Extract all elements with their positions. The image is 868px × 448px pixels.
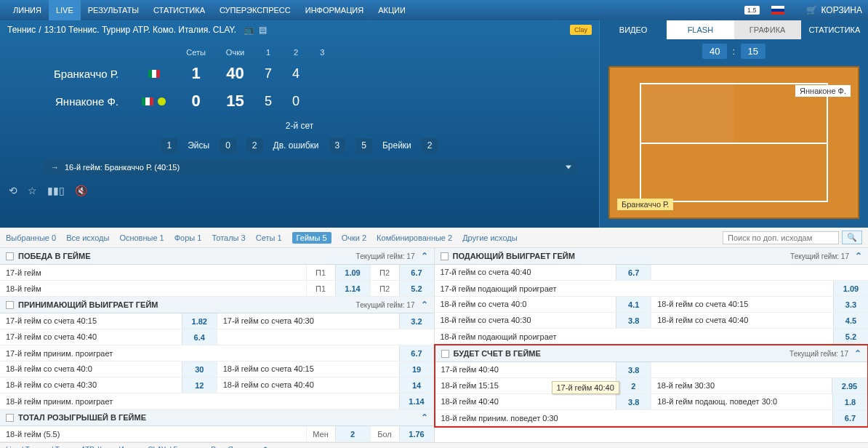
market-header[interactable]: ПОДАЮЩИЙ ВЫИГРАЕТ ГЕЙМТекущий гейм: 17⌃ <box>435 248 869 265</box>
market-header[interactable]: ТОТАЛ РОЗЫГРЫШЕЙ В ГЕЙМЕ⌃ <box>0 409 434 426</box>
stat-df-name: Дв. ошибки <box>273 140 319 151</box>
market-checkbox[interactable] <box>6 252 14 260</box>
odds-button[interactable]: 1.14 <box>399 393 434 409</box>
outcome-sub: П1 <box>306 281 335 296</box>
rtab-flash[interactable]: FLASH <box>667 20 734 39</box>
locale-flag-ru[interactable] <box>771 6 784 15</box>
p2-s1: 5 <box>254 87 282 115</box>
odds-button[interactable]: 1.8 <box>832 394 867 409</box>
nav-live[interactable]: LIVE <box>49 0 81 20</box>
odds-button[interactable]: 6.7 <box>399 345 434 361</box>
score-panel: Теннис / 13:10 Теннис. Турнир ATP. Комо.… <box>0 20 599 228</box>
tooltip: 17-й гейм 40:40 <box>552 381 619 394</box>
nav-results[interactable]: РЕЗУЛЬТАТЫ <box>81 0 146 20</box>
collapse-icon[interactable]: ⌃ <box>421 412 428 423</box>
collapse-icon[interactable]: ⌃ <box>855 251 862 261</box>
star-icon[interactable]: ☆ <box>28 185 37 196</box>
odds-button[interactable]: 1.82 <box>182 313 217 329</box>
filter-totals[interactable]: Тоталы 3 <box>212 233 245 242</box>
outcome-label: 18-й гейм со счета 40:30 <box>435 313 616 328</box>
filter-main[interactable]: Основные 1 <box>119 233 164 242</box>
filter-other[interactable]: Другие исходы <box>462 233 518 242</box>
odds-button[interactable]: 6.7 <box>399 265 434 280</box>
odds-button[interactable]: 3.8 <box>616 362 651 377</box>
odds-button[interactable]: 5.2 <box>833 329 868 344</box>
odds-button[interactable]: 14 <box>399 377 434 393</box>
crumb-sport[interactable]: Теннис <box>7 25 36 35</box>
filter-handicap[interactable]: Форы 1 <box>174 233 202 242</box>
rtab-video[interactable]: ВИДЕО <box>600 20 667 39</box>
p1-s3 <box>310 60 334 87</box>
market-header[interactable]: ПРИНИМАЮЩИЙ ВЫИГРАЕТ ГЕЙМТекущий гейм: 1… <box>0 297 434 313</box>
collapse-icon[interactable]: ⌃ <box>421 300 428 310</box>
filter-combined[interactable]: Комбинированные 2 <box>377 233 452 242</box>
odds-button[interactable]: 2.95 <box>832 378 867 393</box>
market-checkbox[interactable] <box>6 301 14 309</box>
filter-games[interactable]: Геймы 5 <box>292 232 331 244</box>
p2-s2: 0 <box>282 87 310 115</box>
outcome-label: 18-й гейм подающ. поведет 30:0 <box>651 394 832 409</box>
crumb-sep: / <box>39 25 41 35</box>
market-checkbox[interactable] <box>441 350 449 358</box>
odds-button[interactable]: 6.4 <box>182 329 217 345</box>
odds-button[interactable]: 2 <box>335 426 370 441</box>
nav-promo[interactable]: АКЦИИ <box>371 0 413 20</box>
odds-button[interactable]: 5.2 <box>399 281 434 296</box>
collapse-icon[interactable]: ⌃ <box>854 348 861 359</box>
market-checkbox[interactable] <box>441 252 449 260</box>
odds-button[interactable]: 3.3 <box>833 297 868 312</box>
nav-line[interactable]: ЛИНИЯ <box>6 0 49 20</box>
odds-button[interactable]: 2 <box>616 378 651 393</box>
market-header[interactable]: ПОБЕДА В ГЕЙМЕТекущий гейм: 17⌃ <box>0 248 434 265</box>
hdr-points: Очки <box>216 45 254 60</box>
market-row: 18-й геймП11.14П25.2 <box>0 281 434 297</box>
nav-super[interactable]: СУПЕРЭКСПРЕСС <box>212 0 298 20</box>
search-button[interactable]: 🔍 <box>842 231 862 244</box>
outcome-label: 17-й гейм приним. проиграет <box>0 345 399 361</box>
hdr-s1: 1 <box>254 45 282 60</box>
odds-button[interactable]: 1.09 <box>335 265 370 280</box>
odds-button[interactable]: 19 <box>399 361 434 377</box>
odds-button[interactable]: 6.7 <box>616 265 651 280</box>
crumb-event[interactable]: 13:10 Теннис. Турнир ATP. Комо. Италия. … <box>44 25 236 35</box>
market-checkbox[interactable] <box>6 414 14 422</box>
filter-points[interactable]: Очки 2 <box>342 233 366 242</box>
odds-button[interactable]: 1.76 <box>399 426 434 441</box>
odds-button[interactable]: 30 <box>182 361 217 377</box>
odds-button[interactable]: 3.8 <box>616 394 651 409</box>
tv-icon[interactable]: 📺 <box>244 25 254 35</box>
outcome-label: 17-й гейм со счета 40:15 <box>0 313 182 329</box>
odds-button[interactable]: 12 <box>182 377 217 393</box>
player1-name: Бранкаччо Р. <box>44 60 132 87</box>
outcome-label: 18-й гейм со счета 40:0 <box>435 297 616 312</box>
basket-link[interactable]: 🛒 КОРЗИНА <box>792 5 862 15</box>
refresh-icon[interactable]: ⟲ <box>9 185 17 196</box>
odds-format-badge[interactable]: 1.5 <box>744 6 760 15</box>
filter-all[interactable]: Все исходы <box>66 233 109 242</box>
filter-sets[interactable]: Сеты 1 <box>256 233 282 242</box>
filter-selected[interactable]: Выбранные 0 <box>6 233 56 242</box>
rtab-graphic[interactable]: ГРАФИКА <box>734 20 801 39</box>
outcome-label: 18-й гейм 40:40 <box>435 394 616 409</box>
collapse-icon[interactable]: ⌃ <box>421 251 428 261</box>
odds-button[interactable]: 3.8 <box>616 313 651 328</box>
odds-button[interactable]: 4.5 <box>833 313 868 328</box>
market-search-input[interactable] <box>723 231 839 244</box>
market-title: ПОБЕДА В ГЕЙМЕ <box>18 252 91 260</box>
sound-off-icon[interactable]: 🔇 <box>75 185 87 196</box>
odds-button[interactable]: 4.1 <box>616 297 651 312</box>
bars-icon[interactable]: ▮▮▯ <box>47 185 65 196</box>
live-ticker[interactable]: → 16-й гейм: Бранкаччо Р. (40:15) <box>44 160 577 175</box>
stats-icon[interactable]: ▤ <box>259 25 267 35</box>
odds-button[interactable]: 1.14 <box>335 281 370 296</box>
outcome-label: 18-й гейм со счета 40:15 <box>651 297 833 312</box>
odds-button[interactable]: 3.2 <box>399 313 434 329</box>
nav-info[interactable]: ИНФОРМАЦИЯ <box>298 0 371 20</box>
odds-button[interactable]: 1.09 <box>833 281 868 296</box>
nav-stats[interactable]: СТАТИСТИКА <box>146 0 212 20</box>
market-title: БУДЕТ СЧЕТ В ГЕЙМЕ <box>454 349 541 358</box>
market-meta: Текущий гейм: 17 <box>356 301 415 309</box>
market-header[interactable]: БУДЕТ СЧЕТ В ГЕЙМЕТекущий гейм: 17⌃ <box>435 345 868 362</box>
rtab-stats[interactable]: СТАТИСТИКА <box>801 20 868 39</box>
odds-button[interactable]: 6.7 <box>832 410 867 425</box>
